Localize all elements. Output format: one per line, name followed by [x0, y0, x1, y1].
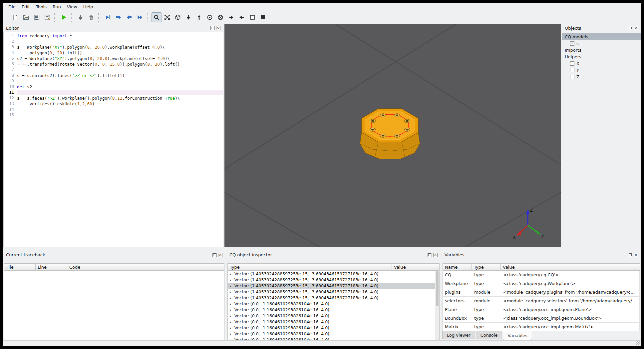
float-panel-icon[interactable]: [628, 26, 632, 30]
inspector-row[interactable]: ▸Vector: (1.4053924288597253e-15, -3.680…: [228, 289, 435, 295]
resize-grip-icon[interactable]: [636, 341, 640, 345]
tree-item-z[interactable]: Z: [562, 73, 641, 80]
variable-row-workplane[interactable]: Workplanetype<class 'cadquery.cq.Workpla…: [443, 279, 640, 288]
code-line[interactable]: 5s2 = Workplane("XY").polygon(8, 20.0).w…: [4, 56, 223, 61]
variable-row-plugins[interactable]: pluginsmodule<module 'cadquery.plugins' …: [443, 288, 640, 297]
close-panel-icon[interactable]: ×: [216, 26, 220, 30]
persp-view-button[interactable]: [258, 12, 268, 22]
inspector-row[interactable]: ▸Vector: (0.0, -1.1604610293826104e-16, …: [228, 325, 435, 331]
save-as-button[interactable]: [42, 12, 52, 22]
code-line[interactable]: 7: [4, 67, 223, 73]
view-left-button[interactable]: [237, 12, 247, 22]
toolbar-separator-handle[interactable]: [71, 13, 73, 22]
expand-arrow-icon[interactable]: ▸: [230, 278, 234, 282]
checkbox-icon[interactable]: [570, 68, 574, 72]
step-return-button[interactable]: [124, 12, 134, 22]
expand-arrow-icon[interactable]: ▸: [230, 314, 234, 318]
code-editor[interactable]: 1from cadquery import *23s = Workplane("…: [3, 32, 223, 247]
view-top-button[interactable]: [194, 12, 204, 22]
inspector-row[interactable]: ▸Vector: (1.4053924288597253e-15, -3.680…: [228, 277, 435, 283]
menu-help[interactable]: Help: [80, 4, 96, 10]
view-bottom-button[interactable]: [183, 12, 193, 22]
expand-arrow-icon[interactable]: ▸: [230, 284, 234, 288]
float-panel-icon[interactable]: [628, 253, 632, 257]
tree-item-helpers[interactable]: Helpers: [562, 53, 641, 60]
view-front-button[interactable]: [205, 12, 215, 22]
close-panel-icon[interactable]: ×: [634, 253, 638, 257]
inspector-row[interactable]: ▸Vector: (0.0, -1.1604610293826104e-16, …: [228, 301, 435, 307]
expand-arrow-icon[interactable]: ▸: [230, 272, 234, 276]
debug-button[interactable]: [76, 12, 86, 22]
float-panel-icon[interactable]: [210, 26, 215, 30]
code-line[interactable]: 1from cadquery import *: [4, 33, 223, 39]
toolbar-separator-handle[interactable]: [54, 13, 56, 22]
variables-column-type[interactable]: Type: [472, 263, 501, 271]
delete-traces-button[interactable]: [86, 12, 96, 22]
step-into-button[interactable]: [114, 12, 124, 22]
tab-log-viewer[interactable]: Log viewer: [442, 331, 475, 339]
zoom-fit-button[interactable]: [152, 12, 161, 22]
open-file-button[interactable]: [21, 12, 31, 22]
inspector-scrollbar[interactable]: [435, 271, 439, 340]
code-line[interactable]: 4····.polygon(8, 20).loft(): [4, 50, 223, 56]
expand-arrow-icon[interactable]: ▸: [230, 290, 234, 294]
checkbox-icon[interactable]: [570, 75, 574, 79]
save-button[interactable]: [32, 12, 42, 22]
tree-item-imports[interactable]: Imports: [562, 47, 641, 53]
float-panel-icon[interactable]: [428, 253, 432, 257]
tree-item-y[interactable]: Y: [562, 67, 641, 73]
variable-row-selectors[interactable]: selectorsmodule<module 'cadquery.selecto…: [443, 297, 640, 305]
model-3d[interactable]: [360, 109, 420, 159]
inspector-row[interactable]: ▸Vector: (0.0, -1.1604610293826104e-16, …: [228, 319, 435, 325]
run-to-line-button[interactable]: [103, 12, 113, 22]
toolbar-separator-handle[interactable]: [98, 13, 100, 22]
inspector-row[interactable]: ▸Vector: (0.0, -1.1604610293826104e-16, …: [228, 337, 435, 340]
code-line[interactable]: 2: [4, 39, 223, 44]
inspector-row[interactable]: ▸Vector: (0.0, -1.1604610293826104e-16, …: [228, 307, 435, 313]
variable-row-cq[interactable]: CQtype<class 'cadquery.cq.CQ'>: [443, 271, 640, 279]
traceback-column-file[interactable]: File: [4, 263, 36, 271]
float-panel-icon[interactable]: [212, 253, 217, 257]
iso-view-button[interactable]: [173, 12, 183, 22]
expand-arrow-icon[interactable]: ▸: [230, 308, 234, 312]
inspector-row[interactable]: ▸Vector: (0.0, -1.1604610293826104e-16, …: [228, 313, 435, 319]
viewport-canvas[interactable]: Z X Y: [224, 24, 561, 247]
new-file-button[interactable]: [10, 12, 20, 22]
variables-column-value[interactable]: Value: [501, 263, 640, 271]
expand-arrow-icon[interactable]: ▸: [230, 302, 234, 306]
tab-console[interactable]: Console: [476, 331, 502, 339]
toolbar-separator-handle[interactable]: [6, 13, 8, 22]
menu-view[interactable]: View: [64, 4, 80, 10]
inspector-column-value[interactable]: Value: [392, 263, 440, 271]
code-line[interactable]: 15: [4, 112, 223, 118]
expand-arrow-icon[interactable]: ▸: [230, 326, 234, 330]
traceback-column-line[interactable]: Line: [36, 263, 67, 271]
variables-column-name[interactable]: Name: [443, 263, 472, 271]
traceback-column-code[interactable]: Code: [67, 263, 224, 271]
code-line[interactable]: 11: [4, 90, 223, 95]
run-button[interactable]: [59, 12, 69, 22]
variable-row-boundbox[interactable]: BoundBoxtype<class 'cadquery.occ_impl.ge…: [443, 314, 640, 323]
close-panel-icon[interactable]: ×: [218, 253, 222, 257]
tree-item-cq-models[interactable]: CQ models: [562, 33, 641, 40]
code-line[interactable]: 9: [4, 78, 223, 84]
tree-item-x[interactable]: X: [562, 60, 641, 67]
code-line[interactable]: 14: [4, 107, 223, 112]
expand-arrow-icon[interactable]: ▸: [230, 320, 234, 324]
close-panel-icon[interactable]: ×: [634, 26, 638, 30]
variable-row-plane[interactable]: Planetype<class 'cadquery.occ_impl.geom.…: [443, 305, 640, 314]
inspector-row[interactable]: ▸Vector: (0.0, -1.1604610293826104e-16, …: [228, 331, 435, 337]
expand-arrow-icon[interactable]: ▸: [230, 332, 234, 336]
toolbar-separator-handle[interactable]: [147, 13, 149, 22]
expand-arrow-icon[interactable]: ▸: [230, 338, 234, 341]
code-line[interactable]: 13····.vertices().cskHole(1,2,60): [4, 101, 223, 107]
menu-edit[interactable]: Edit: [19, 4, 33, 10]
code-line[interactable]: 8s = s.union(s2).faces('>Z or <Z').fille…: [4, 73, 223, 78]
fit-all-button[interactable]: [162, 12, 172, 22]
checkbox-checked-icon[interactable]: ✓: [570, 41, 574, 46]
ortho-view-button[interactable]: [247, 12, 257, 22]
viewport-3d[interactable]: Z X Y: [224, 24, 561, 247]
menu-tools[interactable]: Tools: [33, 4, 50, 10]
menu-run[interactable]: Run: [50, 4, 64, 10]
inspector-column-type[interactable]: Type: [227, 263, 392, 271]
